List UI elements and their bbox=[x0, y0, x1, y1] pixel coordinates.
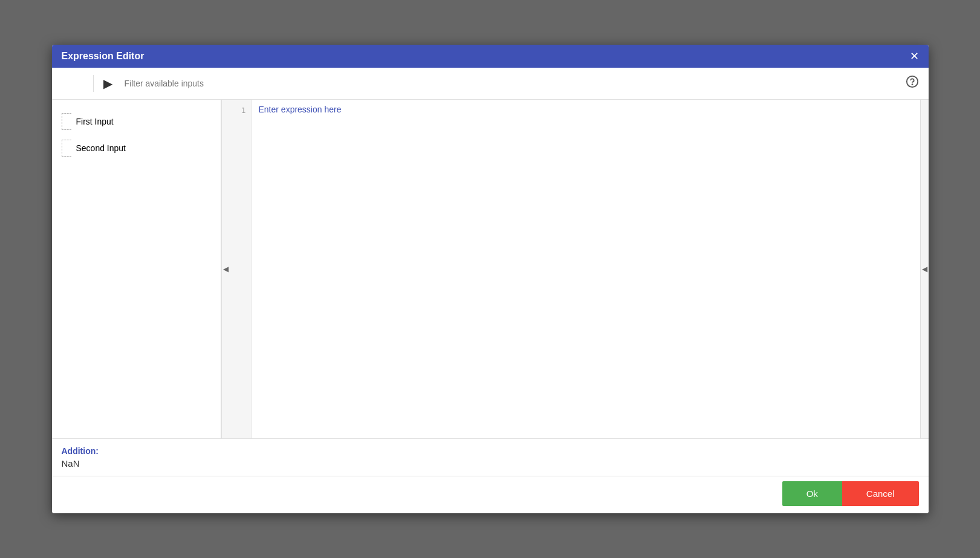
sidebar-item-first-input[interactable]: First Input bbox=[57, 109, 216, 134]
document-icon-button[interactable] bbox=[71, 81, 76, 86]
expression-textarea[interactable] bbox=[251, 118, 920, 438]
expression-editor-dialog: Expression Editor ✕ bbox=[52, 45, 929, 513]
list-icon-button[interactable] bbox=[81, 81, 86, 86]
sidebar-item-second-input[interactable]: Second Input bbox=[57, 136, 216, 160]
left-collapse-handle[interactable]: ◀ bbox=[221, 100, 230, 438]
second-input-icon bbox=[62, 140, 71, 157]
help-icon bbox=[906, 75, 919, 88]
line-number-1: 1 bbox=[230, 105, 251, 117]
second-input-label: Second Input bbox=[76, 143, 126, 153]
expression-placeholder: Enter expression here bbox=[251, 100, 920, 119]
first-input-label: First Input bbox=[76, 117, 114, 126]
footer-actions: Ok Cancel bbox=[52, 476, 929, 513]
code-editor-area[interactable]: Enter expression here bbox=[251, 100, 920, 438]
right-collapse-handle[interactable]: ◀ bbox=[920, 100, 929, 438]
close-button[interactable]: ✕ bbox=[910, 51, 919, 62]
editor-area: ◀ 1 Enter expression here ◀ bbox=[221, 100, 929, 438]
link-icon-button[interactable] bbox=[62, 81, 67, 86]
result-value: NaN bbox=[62, 458, 919, 469]
sidebar: First Input Second Input bbox=[52, 100, 221, 438]
line-numbers: 1 bbox=[230, 100, 251, 438]
cancel-button[interactable]: Cancel bbox=[842, 481, 919, 506]
title-bar: Expression Editor ✕ bbox=[52, 45, 929, 68]
first-input-icon bbox=[62, 113, 71, 130]
main-area: First Input Second Input ◀ 1 Enter expre… bbox=[52, 100, 929, 438]
help-button[interactable] bbox=[906, 75, 919, 92]
toolbar: ▶ bbox=[52, 68, 929, 100]
ok-button[interactable]: Ok bbox=[782, 481, 842, 506]
toolbar-separator bbox=[93, 75, 94, 92]
dialog-title: Expression Editor bbox=[62, 51, 144, 62]
result-label: Addition: bbox=[62, 446, 919, 456]
run-button[interactable]: ▶ bbox=[101, 74, 115, 93]
filter-input[interactable] bbox=[120, 76, 901, 91]
footer: Addition: NaN bbox=[52, 438, 929, 476]
